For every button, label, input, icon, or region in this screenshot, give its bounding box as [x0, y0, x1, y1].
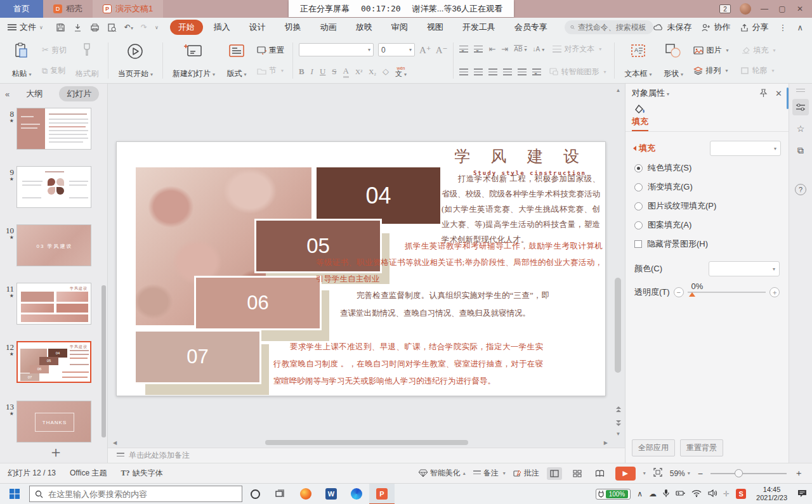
file-menu[interactable]: 文件 ∨: [0, 22, 49, 33]
close-panel-icon[interactable]: ✕: [775, 89, 782, 98]
paragraph-4[interactable]: 要求学生上课不准迟到、早退、旷课，结合学院实际，指定大一学生实行教室晚自习制度 …: [273, 339, 543, 390]
fill-option-pattern[interactable]: 图案填充(A): [625, 216, 789, 235]
align-left-button[interactable]: [459, 68, 468, 75]
effects-tool-button[interactable]: ☆: [792, 120, 809, 137]
tab-view[interactable]: 视图: [419, 20, 452, 35]
fill-button[interactable]: 填充: [738, 44, 778, 57]
print-button[interactable]: [90, 23, 100, 32]
italic-button[interactable]: I: [311, 67, 313, 77]
text-direction-button[interactable]: ↓A: [533, 46, 545, 53]
slide-sorter-view-button[interactable]: [570, 467, 585, 480]
decrease-indent-button[interactable]: ⇤: [488, 44, 495, 55]
to-smartart-button[interactable]: 转智能图形: [547, 65, 608, 79]
properties-tool-button[interactable]: [792, 99, 809, 115]
scroll-right-arrow[interactable]: ▶: [604, 440, 608, 446]
increase-font-icon[interactable]: A⁺: [419, 44, 431, 56]
tab-member[interactable]: 会员专享: [506, 20, 556, 35]
numbered-list-button[interactable]: [474, 46, 483, 53]
superscript-button[interactable]: X²: [355, 68, 362, 75]
font-size-combo[interactable]: 0▾: [378, 43, 415, 56]
battery-status[interactable]: 100%: [596, 489, 631, 500]
step-block-06[interactable]: 06: [196, 278, 320, 328]
layout-button[interactable]: 版式: [221, 40, 252, 81]
theme-name[interactable]: Office 主题: [70, 468, 107, 479]
slide-canvas[interactable]: 学 风 建 设 Study style cinstruction 04 05 0…: [116, 141, 606, 396]
save-status[interactable]: 未保存: [653, 22, 691, 33]
font-color-button[interactable]: A: [343, 66, 349, 78]
user-avatar[interactable]: [740, 3, 751, 15]
tab-slideshow[interactable]: 放映: [348, 20, 381, 35]
fill-tab[interactable]: 填充: [632, 104, 648, 131]
paragraph-3[interactable]: 完善检查监督制度。认真组织实施对学生的“三查”，即查课堂出勤情况、查晚自习情况、…: [340, 287, 549, 322]
tab-design[interactable]: 设计: [241, 20, 274, 35]
taskbar-search[interactable]: [29, 486, 242, 502]
scroll-up-arrow[interactable]: ▲: [614, 87, 622, 93]
fill-preset-dropdown[interactable]: ▾: [710, 141, 781, 156]
transparency-slider[interactable]: 0%: [688, 292, 766, 293]
missing-font-button[interactable]: T?缺失字体: [121, 468, 163, 479]
bold-button[interactable]: B: [299, 67, 304, 77]
undo-button[interactable]: ↶▾: [124, 23, 133, 32]
change-case-button[interactable]: AB: [514, 46, 527, 53]
slide-title[interactable]: 学 风 建 设: [454, 146, 587, 167]
align-text-button[interactable]: 对齐文本: [550, 42, 604, 56]
maximize-button[interactable]: ▢: [778, 4, 787, 13]
tab-docer[interactable]: D 稻壳: [43, 0, 93, 18]
vertical-scrollbar[interactable]: ▲ ▼: [614, 87, 622, 440]
customize-toolbar-button[interactable]: ∨: [155, 25, 159, 30]
slide-12-thumbnail[interactable]: 学风建设 04 05 06 07: [16, 341, 91, 383]
align-right-button[interactable]: [488, 68, 497, 75]
next-slide-button[interactable]: [614, 417, 622, 429]
picture-button[interactable]: 图片: [691, 44, 731, 57]
collapse-ribbon-button[interactable]: ∧: [797, 23, 803, 32]
tab-document[interactable]: P 演示文稿1: [93, 0, 163, 18]
paragraph-2[interactable]: 抓学生英语教学和考研辅导工作，鼓励学生考取计算机等级证书、职业资格证书等就业相关…: [316, 238, 603, 287]
firefox-icon[interactable]: [293, 484, 318, 504]
font-name-combo[interactable]: ▾: [299, 43, 374, 56]
color-dropdown[interactable]: ▾: [709, 261, 780, 276]
apply-all-button[interactable]: 全部应用: [632, 439, 675, 456]
play-options-caret[interactable]: ▾: [643, 470, 646, 476]
fill-option-solid[interactable]: 纯色填充(S): [625, 158, 789, 178]
start-button[interactable]: [0, 484, 29, 504]
tab-home[interactable]: 首页: [0, 0, 43, 18]
notes-bar[interactable]: 单击此处添加备注: [108, 448, 625, 463]
paste-button[interactable]: 粘贴: [6, 40, 37, 81]
normal-view-button[interactable]: [547, 467, 562, 480]
notes-button[interactable]: 备注: [473, 468, 506, 479]
collaborate-button[interactable]: 协作: [702, 22, 730, 33]
slider-marker-icon[interactable]: [689, 292, 695, 297]
text-box-button[interactable]: A 文本框: [620, 40, 655, 81]
minimize-button[interactable]: —: [760, 4, 769, 13]
slide-13-thumbnail[interactable]: THANKS: [16, 401, 91, 443]
distribute-button[interactable]: [518, 68, 527, 75]
slide-8-thumbnail[interactable]: [16, 108, 91, 150]
horizontal-scrollbar[interactable]: ◀ ▶: [113, 439, 608, 446]
wps-presentation-taskbar-icon[interactable]: P: [369, 484, 395, 504]
command-search[interactable]: [565, 20, 653, 34]
zoom-slider-knob[interactable]: [735, 469, 743, 477]
zoom-in-button[interactable]: ＋: [794, 468, 803, 479]
slideshow-play-button[interactable]: ▶: [615, 467, 636, 481]
panel-scrollbar-thumb[interactable]: [787, 87, 789, 109]
selection-pane-button[interactable]: ⧉: [792, 142, 809, 158]
step-block-07[interactable]: 07: [136, 332, 259, 382]
line-spacing-button[interactable]: [532, 68, 541, 75]
underline-button[interactable]: U: [320, 67, 325, 77]
close-button[interactable]: ✕: [796, 4, 804, 13]
decrease-font-icon[interactable]: A⁻: [436, 44, 448, 56]
transparency-minus-button[interactable]: −: [674, 287, 684, 297]
collapse-panel-button[interactable]: «: [5, 89, 10, 99]
new-slide-button[interactable]: 新建幻灯片: [169, 40, 219, 81]
save-button[interactable]: [56, 23, 65, 32]
command-search-input[interactable]: [578, 23, 648, 32]
scroll-down-arrow[interactable]: ▼: [614, 431, 622, 437]
copy-button[interactable]: ⧉复制: [39, 64, 69, 77]
print-preview-button[interactable]: [107, 23, 117, 32]
comments-button[interactable]: 批注: [513, 468, 539, 479]
pin-icon[interactable]: [759, 89, 768, 98]
hide-background-checkbox[interactable]: 隐藏背景图形(H): [625, 235, 789, 254]
export-pdf-button[interactable]: [73, 23, 82, 32]
wifi-icon[interactable]: [691, 489, 702, 499]
volume-icon[interactable]: [708, 489, 717, 499]
